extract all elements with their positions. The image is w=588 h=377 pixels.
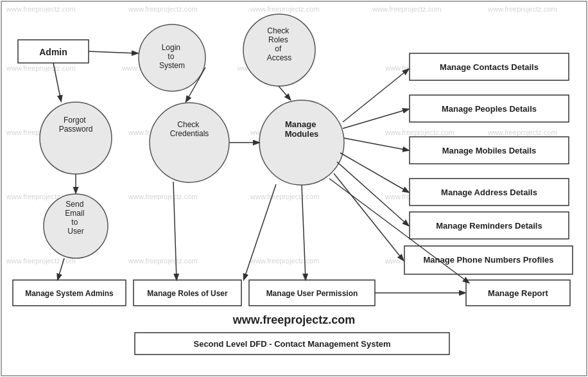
manage-roles-label: Manage Roles of User	[147, 289, 228, 298]
svg-text:www.freeprojectz.com: www.freeprojectz.com	[128, 5, 198, 13]
diagram-container: www.freeprojectz.com www.freeprojectz.co…	[0, 0, 588, 377]
svg-line-26	[89, 51, 137, 53]
svg-text:www.freeprojectz.com: www.freeprojectz.com	[6, 257, 76, 265]
svg-text:www.freeprojectz.com: www.freeprojectz.com	[6, 64, 76, 72]
manage-user-permission-label: Manage User Permission	[266, 289, 358, 298]
svg-text:www.freeprojectz.com: www.freeprojectz.com	[487, 128, 557, 136]
svg-line-29	[279, 86, 290, 100]
admin-label: Admin	[39, 47, 67, 57]
svg-text:www.freeprojectz.com: www.freeprojectz.com	[128, 257, 198, 265]
manage-modules-circle	[259, 100, 344, 185]
manage-reminders-label: Manage Reminders Details	[436, 221, 542, 231]
manage-system-admins-label: Manage System Admins	[25, 289, 114, 298]
manage-mobiles-label: Manage Mobiles Details	[442, 146, 537, 155]
svg-text:www.freeprojectz.com: www.freeprojectz.com	[487, 5, 557, 13]
svg-line-38	[344, 138, 408, 150]
footer-url: www.freeprojectz.com	[232, 313, 355, 326]
svg-line-41	[334, 173, 403, 260]
manage-contacts-label: Manage Contacts Details	[440, 62, 539, 72]
diagram-svg: www.freeprojectz.com www.freeprojectz.co…	[0, 0, 588, 377]
manage-report-label: Manage Report	[488, 288, 549, 298]
manage-peoples-label: Manage Peoples Details	[442, 104, 537, 114]
svg-text:www.freeprojectz.com: www.freeprojectz.com	[250, 5, 320, 13]
svg-text:www.freeprojectz.com: www.freeprojectz.com	[128, 193, 198, 200]
forgot-password-circle	[40, 102, 112, 174]
svg-text:www.freeprojectz.com: www.freeprojectz.com	[385, 128, 454, 136]
svg-text:www.freeprojectz.com: www.freeprojectz.com	[372, 5, 442, 13]
check-credentials-circle	[150, 103, 229, 182]
manage-address-label: Manage Address Details	[441, 188, 537, 197]
svg-line-37	[343, 109, 408, 128]
manage-modules-label: Manage Modules	[285, 119, 319, 139]
svg-text:www.freeprojectz.com: www.freeprojectz.com	[6, 5, 76, 13]
svg-line-36	[343, 69, 408, 122]
forgot-password-label: Forgot Password	[59, 116, 93, 134]
svg-text:www.freeprojectz.com: www.freeprojectz.com	[250, 193, 320, 200]
svg-text:www.freeprojectz.com: www.freeprojectz.com	[250, 257, 320, 265]
svg-line-39	[340, 153, 408, 192]
footer-caption-label: Second Level DFD - Contact Management Sy…	[193, 339, 390, 349]
